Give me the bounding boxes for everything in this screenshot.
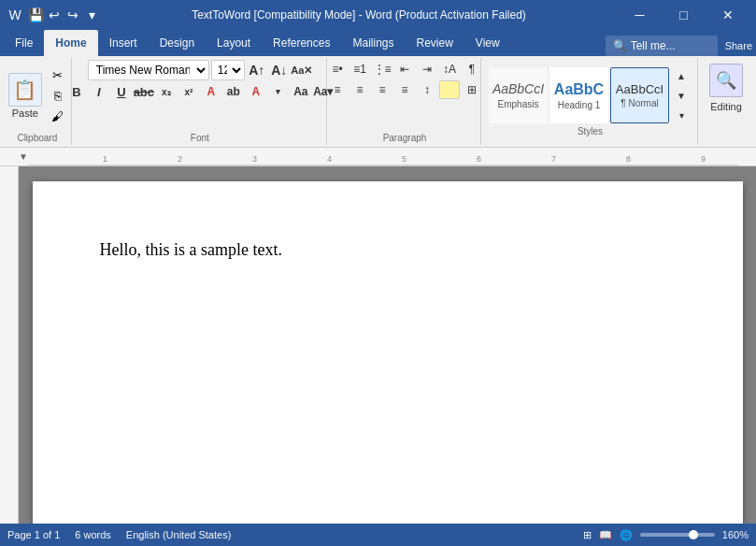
window-controls: ─ □ ✕ [619, 0, 749, 30]
maximize-button[interactable]: □ [663, 0, 705, 30]
status-bar: Page 1 of 1 6 words English (United Stat… [0, 524, 756, 546]
tab-layout[interactable]: Layout [206, 30, 262, 56]
ruler: ▼ 1 2 3 4 5 6 7 8 9 [0, 148, 756, 166]
shrink-font-button[interactable]: A↓ [269, 61, 290, 79]
sort-button[interactable]: ↕A [439, 60, 460, 79]
document-area[interactable]: Hello, this is a sample text. [19, 166, 756, 524]
borders-button[interactable]: ⊞ [462, 80, 482, 99]
search-icon: 🔍 [613, 39, 627, 52]
svg-text:2: 2 [178, 154, 182, 164]
normal-label: ¶ Normal [620, 98, 658, 108]
shading-button[interactable] [439, 80, 460, 99]
format-painter-button[interactable]: 🖌 [48, 108, 68, 126]
window-title: TextToWord [Compatibility Mode] - Word (… [99, 8, 619, 22]
share-button[interactable]: Share [725, 40, 752, 51]
vertical-ruler [0, 166, 19, 524]
close-button[interactable]: ✕ [706, 0, 749, 30]
styles-expand[interactable]: ▾ [671, 106, 692, 124]
tab-design[interactable]: Design [149, 30, 206, 56]
main-area: Hello, this is a sample text. [0, 166, 756, 524]
word-logo-icon: W [7, 7, 22, 22]
layout-web-icon[interactable]: 🌐 [620, 529, 633, 541]
subscript-button[interactable]: x₂ [156, 82, 177, 101]
cut-button[interactable]: ✂ [48, 66, 68, 85]
font-row2: B I U abc x₂ x² A ab A ▾ Aa Aa▾ [66, 82, 334, 101]
style-card-emphasis[interactable]: AaBbCcI Emphasis [489, 67, 548, 123]
emphasis-label: Emphasis [498, 99, 539, 109]
styles-scroll-up[interactable]: ▲ [671, 66, 692, 85]
bullets-button[interactable]: ≡• [327, 60, 348, 79]
text-highlight-button[interactable]: ab [223, 82, 244, 101]
increase-indent-button[interactable]: ⇥ [417, 60, 437, 79]
redo-icon[interactable]: ↪ [65, 7, 80, 22]
ribbon-tabs: File Home Insert Design Layout Reference… [0, 30, 756, 56]
ruler-svg: 1 2 3 4 5 6 7 8 9 [28, 151, 738, 165]
svg-text:5: 5 [402, 154, 407, 164]
paste-label: Paste [12, 108, 38, 119]
tab-mailings[interactable]: Mailings [341, 30, 405, 56]
svg-text:1: 1 [103, 154, 107, 164]
styles-scroll-down[interactable]: ▼ [671, 86, 692, 105]
svg-text:8: 8 [626, 154, 631, 164]
para-row1: ≡• ≡1 ⋮≡ ⇤ ⇥ ↕A ¶ [327, 60, 482, 79]
document-page[interactable]: Hello, this is a sample text. [33, 181, 743, 524]
tell-me-placeholder: Tell me... [631, 39, 676, 52]
search-editing-icon[interactable]: 🔍 [709, 64, 743, 97]
para-row2: ≡ ≡ ≡ ≡ ↕ ⊞ [327, 80, 482, 99]
page-info: Page 1 of 1 [7, 529, 60, 540]
font-size-select[interactable]: 12 [211, 60, 245, 80]
zoom-thumb[interactable] [689, 530, 698, 539]
save-icon[interactable]: 💾 [28, 7, 43, 22]
text-effects-button[interactable]: A [201, 82, 221, 101]
justify-button[interactable]: ≡ [394, 80, 415, 99]
underline-button[interactable]: U [111, 82, 132, 101]
svg-text:9: 9 [701, 154, 706, 164]
styles-cards: AaBbCcI Emphasis AaBbC Heading 1 AaBbCcI… [489, 66, 692, 124]
line-spacing-button[interactable]: ↕ [417, 80, 437, 99]
strikethrough-button[interactable]: abc [134, 82, 154, 101]
tab-home[interactable]: Home [44, 30, 97, 56]
tell-me-box[interactable]: 🔍 Tell me... [606, 36, 718, 56]
clipboard-label: Clipboard [17, 133, 57, 143]
minimize-button[interactable]: ─ [619, 0, 661, 30]
layout-read-icon[interactable]: 📖 [599, 529, 612, 541]
align-left-button[interactable]: ≡ [327, 80, 348, 99]
superscript-button[interactable]: x² [178, 82, 199, 101]
page-content[interactable]: Hello, this is a sample text. [100, 237, 676, 263]
numbering-button[interactable]: ≡1 [349, 60, 370, 79]
paste-area[interactable]: 📋 Paste [7, 71, 44, 121]
decrease-indent-button[interactable]: ⇤ [394, 60, 415, 79]
show-formatting-button[interactable]: ¶ [462, 60, 482, 79]
grow-font-button[interactable]: A↑ [247, 61, 267, 79]
font-color-button[interactable]: A [246, 82, 266, 101]
copy-button[interactable]: ⎘ [48, 87, 68, 106]
font-family-select[interactable]: Times New Roman [88, 60, 209, 80]
editing-content: 🔍 Editing [706, 60, 747, 145]
layout-print-icon[interactable]: ⊞ [583, 529, 592, 541]
tab-insert[interactable]: Insert [98, 30, 149, 56]
font-color-dropdown[interactable]: ▾ [268, 82, 289, 101]
multilevel-list-button[interactable]: ⋮≡ [372, 60, 392, 79]
ruler-left-indent: ▼ [19, 151, 28, 162]
style-card-heading1[interactable]: AaBbC Heading 1 [549, 67, 608, 123]
paragraph-group: ≡• ≡1 ⋮≡ ⇤ ⇥ ↕A ¶ ≡ ≡ ≡ ≡ ↕ ⊞ Paragraph [329, 58, 481, 145]
font-label: Font [191, 133, 209, 143]
qat-dropdown-icon[interactable]: ▾ [84, 7, 99, 22]
paste-icon: 📋 [8, 73, 42, 107]
svg-text:6: 6 [477, 154, 481, 164]
tab-references[interactable]: References [262, 30, 341, 56]
undo-icon[interactable]: ↩ [47, 7, 62, 22]
language: English (United States) [126, 529, 232, 540]
italic-button[interactable]: I [89, 82, 109, 101]
clear-format-button[interactable]: Aa✕ [292, 61, 312, 79]
tab-view[interactable]: View [464, 30, 511, 56]
bold-button[interactable]: B [66, 82, 87, 101]
align-right-button[interactable]: ≡ [372, 80, 392, 99]
tab-review[interactable]: Review [405, 30, 464, 56]
tab-file[interactable]: File [4, 30, 44, 56]
zoom-slider[interactable] [640, 533, 715, 537]
font-size-input[interactable]: Aa [291, 82, 311, 101]
clipboard-group: 📋 Paste ✂ ⎘ 🖌 Clipboard [4, 58, 72, 145]
style-card-normal[interactable]: AaBbCcI ¶ Normal [610, 67, 669, 123]
align-center-button[interactable]: ≡ [349, 80, 370, 99]
